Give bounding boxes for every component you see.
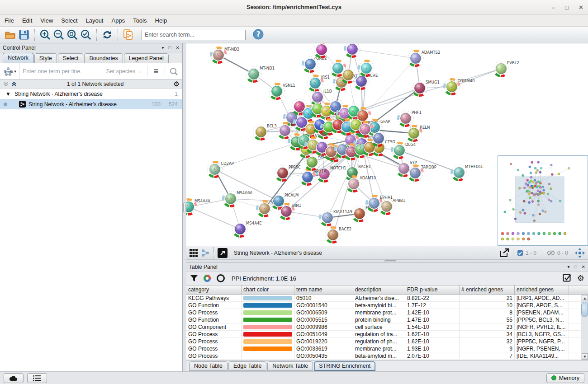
scroll-down-arrow[interactable]: ▼ bbox=[582, 353, 588, 360]
menu-item-tools[interactable]: Tools bbox=[133, 17, 147, 24]
export-network-icon[interactable] bbox=[499, 248, 510, 258]
string-query-input[interactable] bbox=[20, 68, 106, 75]
menu-item-help[interactable]: Help bbox=[155, 17, 167, 24]
column-header--enriched-genes[interactable]: # enriched genes bbox=[460, 286, 515, 294]
search-input[interactable] bbox=[142, 30, 246, 40]
network-node-cd2ap[interactable]: CD2AP bbox=[207, 161, 234, 177]
network-node-phf1[interactable]: PHF1 bbox=[398, 110, 422, 126]
network-node-irs1[interactable]: IRS1 bbox=[308, 75, 330, 91]
tab-edge-table[interactable]: Edge Table bbox=[228, 361, 266, 371]
table-settings-gear-icon[interactable]: ⚙ bbox=[577, 274, 584, 282]
network-row[interactable]: String Network - Alzheimer's disease 100… bbox=[0, 99, 182, 109]
birdseye-view[interactable] bbox=[498, 155, 588, 246]
column-header-term-name[interactable]: term name bbox=[294, 286, 353, 294]
chart-color-icon[interactable] bbox=[203, 274, 212, 283]
scroll-thumb[interactable] bbox=[581, 302, 588, 317]
save-icon[interactable] bbox=[17, 28, 31, 42]
network-node-tardbp[interactable]: TARDBP bbox=[408, 165, 436, 181]
table-row[interactable]: GO ComponentGO:0009986cell surface1.54E-… bbox=[186, 323, 588, 331]
network-node-ms4a4a[interactable]: MS4A4A bbox=[186, 199, 210, 215]
panel-float-icon[interactable]: □ bbox=[169, 45, 171, 50]
network-node-vsnl1[interactable]: VSNL1 bbox=[269, 83, 295, 99]
tab-network[interactable]: Network bbox=[3, 53, 33, 63]
network-node-dlg4[interactable]: DLG4 bbox=[392, 142, 416, 158]
table-row[interactable]: GO ProcessGO:0006509membrane prot...1.42… bbox=[186, 309, 588, 316]
network-node-pvrl2[interactable]: PVRL2 bbox=[493, 61, 519, 76]
vertical-splitter[interactable] bbox=[183, 43, 186, 371]
grid-view-icon[interactable] bbox=[189, 248, 198, 258]
detach-view-icon[interactable] bbox=[218, 248, 228, 258]
copy-network-icon[interactable] bbox=[122, 28, 135, 42]
column-header-chart-color[interactable]: chart color bbox=[242, 286, 294, 294]
table-panel-float-icon[interactable]: □ bbox=[574, 264, 577, 269]
horizontal-splitter[interactable] bbox=[186, 259, 588, 262]
ring-chart-icon[interactable] bbox=[216, 274, 225, 283]
expand-all-icon[interactable] bbox=[11, 81, 17, 87]
close-button[interactable]: ✕ bbox=[579, 4, 583, 11]
tab-style[interactable]: Style bbox=[34, 53, 57, 63]
splitter-handle[interactable] bbox=[183, 202, 185, 212]
zoom-fit-icon[interactable] bbox=[66, 28, 79, 42]
tab-network-table[interactable]: Network Table bbox=[267, 361, 313, 371]
network-node-bace2[interactable]: BACE2 bbox=[325, 227, 351, 243]
network-node-kiaa1149[interactable]: KIAA1149 bbox=[320, 210, 352, 225]
menu-item-edit[interactable]: Edit bbox=[22, 17, 32, 24]
network-node[interactable] bbox=[314, 43, 329, 57]
network-node-ms4a4e[interactable]: MS4A4E bbox=[232, 221, 262, 237]
string-search-icon[interactable] bbox=[165, 67, 182, 75]
table-scrollbar[interactable]: ▲ ▼ bbox=[581, 295, 588, 360]
menu-item-apps[interactable]: Apps bbox=[112, 17, 125, 24]
string-options-icon[interactable]: ≡ bbox=[147, 66, 165, 76]
menu-item-view[interactable]: View bbox=[40, 17, 53, 24]
set-species-hint[interactable]: Set species → bbox=[106, 68, 147, 75]
panel-close-icon[interactable]: ✕ bbox=[176, 45, 180, 50]
menu-item-layout[interactable]: Layout bbox=[85, 17, 103, 24]
refresh-icon[interactable] bbox=[100, 28, 114, 42]
collection-expand-icon[interactable]: ▼ bbox=[5, 91, 11, 97]
table-row[interactable]: GO ProcessGO:0033619membrane prot...1.93… bbox=[186, 345, 588, 352]
collapse-all-icon[interactable] bbox=[3, 81, 9, 87]
column-header-enriched-genes[interactable]: enriched genes bbox=[515, 286, 569, 294]
tab-select[interactable]: Select bbox=[58, 53, 84, 63]
string-logo-icon[interactable]: STRING ▾ bbox=[0, 63, 20, 79]
column-header-description[interactable]: description bbox=[353, 286, 405, 294]
zoom-selected-icon[interactable] bbox=[79, 28, 93, 42]
select-columns-icon[interactable] bbox=[563, 274, 572, 283]
table-row[interactable]: KEGG Pathways05010Alzheimer's dise...8.8… bbox=[186, 295, 588, 302]
column-header-category[interactable]: category bbox=[186, 286, 242, 294]
tab-string-enrichment[interactable]: STRING Enrichment bbox=[314, 361, 375, 371]
share-view-icon[interactable] bbox=[201, 248, 210, 258]
task-list-button[interactable] bbox=[27, 373, 47, 383]
table-row[interactable]: GO FunctionGO:0001540beta-amyloid bi...1… bbox=[186, 302, 588, 309]
zoom-out-icon[interactable] bbox=[52, 28, 66, 42]
table-row[interactable]: GO ProcessGO:0019220regulation of ph...1… bbox=[186, 338, 588, 345]
panel-menu-icon[interactable]: ▾ bbox=[162, 45, 164, 50]
filter-icon[interactable] bbox=[190, 274, 198, 282]
menu-item-file[interactable]: File bbox=[5, 17, 14, 24]
network-panel-gear-icon[interactable]: ⚙ bbox=[174, 80, 180, 87]
cloud-button[interactable] bbox=[4, 373, 24, 383]
pan-navigation-icon[interactable] bbox=[574, 248, 585, 258]
table-panel-menu-icon[interactable]: ▾ bbox=[568, 264, 570, 269]
maximize-button[interactable]: □ bbox=[565, 4, 569, 11]
column-header-fdr-p-value[interactable]: FDR p-value bbox=[405, 286, 460, 294]
network-canvas[interactable]: MT-ND2MT-ND1VSNL1GAB2IRS1IL1BCHATACHEAPO… bbox=[186, 43, 588, 246]
network-node-tomm40[interactable]: TOMM40 bbox=[444, 79, 474, 94]
menu-item-select[interactable]: Select bbox=[61, 17, 77, 24]
network-node-reln[interactable]: RELN bbox=[406, 125, 430, 141]
table-row[interactable]: GO ProcessGO:0051049regulation of tra...… bbox=[186, 331, 588, 338]
network-node-mthfd1l[interactable]: MTHFD1L bbox=[451, 164, 484, 180]
zoom-in-icon[interactable] bbox=[38, 28, 52, 42]
table-row[interactable]: GO ProcessGO:0050435beta-amyloid m...2.0… bbox=[186, 352, 588, 360]
minimize-button[interactable]: – bbox=[552, 4, 555, 11]
network-node-mt-nd2[interactable]: MT-ND2 bbox=[211, 47, 239, 63]
network-node-notch1[interactable]: NOTCH1 bbox=[317, 166, 346, 182]
open-file-icon[interactable] bbox=[4, 28, 17, 42]
memory-button[interactable]: Memory bbox=[546, 373, 584, 383]
tab-node-table[interactable]: Node Table bbox=[189, 361, 228, 371]
table-panel-close-icon[interactable]: ✕ bbox=[582, 264, 585, 269]
network-collection-row[interactable]: ▼ String Network - Alzheimer's disease 1 bbox=[0, 89, 182, 99]
table-row[interactable]: GO FunctionGO:0005515protein binding1.47… bbox=[186, 316, 588, 323]
help-icon[interactable]: ? bbox=[253, 29, 264, 41]
tab-legend-panel[interactable]: Legend Panel bbox=[124, 53, 169, 63]
